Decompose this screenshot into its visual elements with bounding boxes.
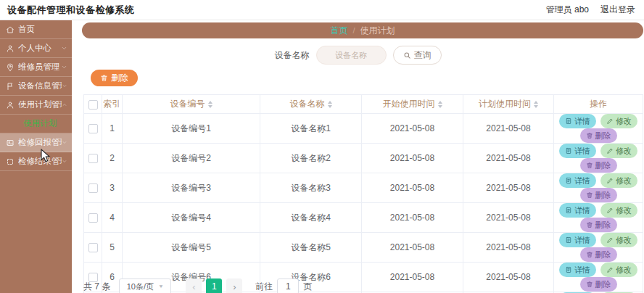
breadcrumb-home-link[interactable]: 首页 [330, 25, 347, 37]
column-header-label: 索引 [104, 98, 121, 110]
row-checkbox[interactable] [88, 213, 98, 223]
detail-row-button[interactable]: 详情 [559, 144, 596, 158]
sidebar-item-5[interactable]: 使用计划 [0, 115, 72, 133]
pencil-icon [606, 147, 614, 154]
sort-icon[interactable] [208, 101, 212, 108]
column-header-5: 操作 [554, 95, 643, 114]
edit-row-button[interactable]: 修改 [600, 263, 637, 277]
table-row: 4设备编号4设备名称42021-05-082021-05-08详情修改删除 [84, 203, 643, 233]
start-time-cell: 2021-05-08 [362, 203, 463, 233]
actions-cell: 详情修改删除 [554, 203, 643, 233]
page-1-button[interactable]: 1 [206, 278, 222, 293]
page-size-value: 10条/页 [127, 281, 154, 292]
sidebar-item-0[interactable]: 首页 [0, 20, 72, 39]
select-all-checkbox[interactable] [88, 100, 98, 110]
prev-page-button[interactable]: ‹ [186, 278, 202, 293]
actions-cell: 详情修改删除 [554, 144, 643, 173]
table-row: 3设备编号3设备名称32021-05-082021-05-08详情修改删除 [84, 173, 643, 203]
detail-row-button-label: 详情 [574, 176, 590, 186]
query-button[interactable]: 查询 [393, 46, 442, 65]
dashed-square-icon [6, 157, 15, 166]
detail-row-button[interactable]: 详情 [559, 233, 596, 247]
sidebar-item-1[interactable]: 个人中心 [0, 39, 72, 58]
delete-row-button-label: 删除 [595, 190, 611, 201]
detail-row-button[interactable]: 详情 [559, 173, 596, 188]
sidebar-item-label: 使用计划 [23, 118, 57, 129]
sort-icon[interactable] [438, 101, 442, 108]
column-header-label: 设备编号 [170, 98, 205, 110]
row-checkbox[interactable] [88, 154, 98, 163]
sidebar-item-label: 维修员管理 [18, 62, 60, 73]
delete-row-button-label: 删除 [595, 220, 611, 231]
app-header: 设备配件管理和设备检修系统 管理员 abo 退出登录 [0, 0, 644, 20]
sidebar-item-3[interactable]: 设备信息管理 [0, 77, 72, 96]
sidebar-item-label: 使用计划管理 [18, 99, 62, 110]
delete-row-button[interactable]: 删除 [580, 218, 617, 232]
actions-cell: 详情修改删除 [554, 233, 643, 263]
detail-row-button[interactable]: 详情 [559, 263, 596, 277]
sidebar-item-label: 首页 [18, 24, 35, 35]
sidebar-item-label: 检修回报管理 [18, 137, 62, 148]
start-time-cell: 2021-05-08 [362, 114, 463, 144]
location-pin-icon [6, 63, 15, 72]
delete-row-button[interactable]: 删除 [580, 247, 617, 262]
row-checkbox[interactable] [88, 183, 98, 193]
start-time-cell: 2021-05-08 [362, 263, 463, 292]
sidebar-item-2[interactable]: 维修员管理 [0, 58, 72, 77]
column-header-label: 操作 [590, 98, 607, 110]
home-icon [6, 25, 15, 34]
edit-row-button-label: 修改 [616, 265, 632, 276]
start-time-cell: 2021-05-08 [362, 144, 463, 173]
sidebar: 首页个人中心维修员管理设备信息管理使用计划管理使用计划检修回报管理检修结果管理 [0, 20, 72, 293]
column-header-1: 设备编号 [123, 95, 260, 114]
device-name-cell: 设备名称1 [260, 114, 362, 144]
detail-row-button[interactable]: 详情 [559, 203, 596, 218]
bulk-delete-button[interactable]: 删除 [91, 70, 138, 86]
sort-icon[interactable] [328, 101, 332, 108]
row-checkbox[interactable] [88, 243, 98, 252]
chevron-down-icon: ▼ [158, 284, 164, 289]
search-input[interactable] [316, 46, 387, 65]
device-name-cell: 设备名称3 [260, 173, 362, 203]
document-icon [565, 236, 572, 244]
device-no-cell: 设备编号5 [123, 233, 260, 263]
sidebar-item-4[interactable]: 使用计划管理 [0, 96, 72, 115]
sidebar-item-7[interactable]: 检修结果管理 [0, 152, 72, 171]
trash-icon [586, 162, 593, 169]
edit-row-button[interactable]: 修改 [600, 203, 637, 218]
sort-icon[interactable] [534, 101, 538, 108]
edit-row-button[interactable]: 修改 [600, 114, 637, 128]
delete-row-button[interactable]: 删除 [580, 277, 617, 292]
edit-row-button[interactable]: 修改 [600, 233, 637, 247]
delete-row-button-label: 删除 [595, 131, 611, 141]
delete-row-button[interactable]: 删除 [580, 158, 617, 173]
delete-row-button[interactable]: 删除 [580, 188, 617, 202]
chevron-down-icon [62, 158, 67, 165]
column-header-3: 开始使用时间 [362, 95, 463, 114]
edit-row-button[interactable]: 修改 [600, 144, 637, 158]
pencil-icon [606, 236, 614, 244]
row-checkbox[interactable] [88, 124, 98, 133]
table-header-row: 索引设备编号设备名称开始使用时间计划使用时间操作 [84, 95, 643, 114]
data-table: 索引设备编号设备名称开始使用时间计划使用时间操作 1设备编号1设备名称12021… [83, 94, 643, 293]
delete-row-button-label: 删除 [595, 160, 611, 171]
page-size-select[interactable]: 10条/页 ▼ [119, 278, 171, 293]
search-row: 设备名称 查询 [72, 45, 644, 65]
detail-row-button[interactable]: 详情 [559, 114, 596, 128]
device-no-cell: 设备编号2 [123, 144, 260, 173]
header-checkbox-cell [84, 95, 102, 114]
next-page-button[interactable]: › [226, 278, 242, 293]
goto-page-unit: 页 [303, 281, 312, 293]
plan-time-cell: 2021-05-08 [463, 263, 554, 292]
goto-label: 前往 [255, 281, 273, 293]
edit-row-button[interactable]: 修改 [600, 173, 637, 188]
column-header-4: 计划使用时间 [463, 95, 554, 114]
sidebar-item-6[interactable]: 检修回报管理 [0, 133, 72, 152]
app-title: 设备配件管理和设备检修系统 [0, 4, 135, 17]
logout-link[interactable]: 退出登录 [600, 4, 635, 16]
detail-row-button-label: 详情 [574, 235, 590, 246]
plan-time-cell: 2021-05-08 [463, 203, 554, 233]
document-icon [565, 266, 572, 273]
goto-page-input[interactable] [277, 278, 299, 293]
delete-row-button[interactable]: 删除 [580, 128, 617, 143]
